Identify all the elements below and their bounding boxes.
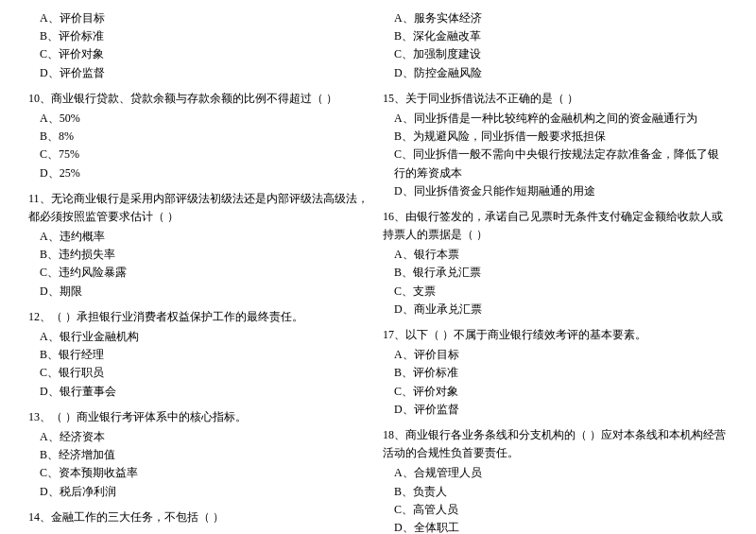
option-item: C、同业拆借一般不需向中央银行按规法定存款准备金，降低了银行的筹资成本	[394, 146, 728, 181]
right-top-col: A、服务实体经济 B、深化金融改革 C、加强制度建设 D、防控金融风险	[383, 9, 728, 90]
option-item: D、税后净利润	[40, 483, 373, 501]
option-item: B、违约损失率	[40, 246, 373, 264]
option-item: C、银行职员	[40, 364, 373, 382]
question-16: 16、由银行签发的，承诺自己见票时无条件支付确定金额给收款人或持票人的票据是（ …	[383, 208, 728, 319]
question-15: 15、关于同业拆借说法不正确的是（ ） A、同业拆借是一种比较纯粹的金融机构之间…	[383, 90, 728, 200]
option-item: A、评价目标	[394, 346, 728, 364]
option-item: A、银行业金融机构	[40, 328, 373, 346]
left-top-col: A、评价目标 B、评价标准 C、评价对象 D、评价监督	[28, 9, 373, 90]
right-top-block: A、服务实体经济 B、深化金融改革 C、加强制度建设 D、防控金融风险	[383, 9, 728, 82]
option-item: A、同业拆借是一种比较纯粹的金融机构之间的资金融通行为	[394, 110, 728, 128]
question-10-title: 10、商业银行贷款、贷款余额与存款余额的比例不得超过（ ）	[28, 90, 373, 108]
option-item: D、评价监督	[40, 64, 373, 82]
option-item: B、为规避风险，同业拆借一般要求抵担保	[394, 128, 728, 146]
option-item: C、评价对象	[40, 45, 373, 63]
question-10-options: A、50% B、8% C、75% D、25%	[28, 110, 373, 182]
option-item: C、违约风险暴露	[40, 264, 373, 282]
option-item: B、评价标准	[40, 27, 373, 45]
option-item: C、75%	[40, 146, 373, 164]
option-item: A、评价目标	[40, 9, 373, 27]
option-item: D、全体职工	[394, 519, 728, 534]
question-13-title: 13、（ ）商业银行考评体系中的核心指标。	[28, 408, 373, 426]
top-section: A、评价目标 B、评价标准 C、评价对象 D、评价监督 A、服务实体经济 B、深…	[28, 9, 728, 90]
question-18-title: 18、商业银行各业务条线和分支机构的（ ）应对本条线和本机构经营活动的合规性负首…	[383, 426, 728, 462]
option-item: B、银行承兑汇票	[394, 264, 728, 282]
question-18: 18、商业银行各业务条线和分支机构的（ ）应对本条线和本机构经营活动的合规性负首…	[383, 426, 728, 534]
page: A、评价目标 B、评价标准 C、评价对象 D、评价监督 A、服务实体经济 B、深…	[28, 9, 728, 534]
option-item: B、银行经理	[40, 346, 373, 364]
left-col: 10、商业银行贷款、贷款余额与存款余额的比例不得超过（ ） A、50% B、8%…	[28, 90, 373, 534]
option-item: A、银行本票	[394, 246, 728, 264]
option-item: C、加强制度建设	[394, 45, 728, 63]
left-top-block: A、评价目标 B、评价标准 C、评价对象 D、评价监督	[28, 9, 373, 82]
option-item: A、服务实体经济	[394, 9, 728, 27]
question-15-options: A、同业拆借是一种比较纯粹的金融机构之间的资金融通行为 B、为规避风险，同业拆借…	[383, 110, 728, 200]
option-item: B、8%	[40, 128, 373, 146]
question-13-options: A、经济资本 B、经济增加值 C、资本预期收益率 D、税后净利润	[28, 428, 373, 501]
question-11-options: A、违约概率 B、违约损失率 C、违约风险暴露 D、期限	[28, 228, 373, 301]
option-item: D、评价监督	[394, 401, 728, 419]
question-16-options: A、银行本票 B、银行承兑汇票 C、支票 D、商业承兑汇票	[383, 246, 728, 319]
question-15-title: 15、关于同业拆借说法不正确的是（ ）	[383, 90, 728, 108]
question-13: 13、（ ）商业银行考评体系中的核心指标。 A、经济资本 B、经济增加值 C、资…	[28, 408, 373, 501]
question-16-title: 16、由银行签发的，承诺自己见票时无条件支付确定金额给收款人或持票人的票据是（ …	[383, 208, 728, 244]
question-10: 10、商业银行贷款、贷款余额与存款余额的比例不得超过（ ） A、50% B、8%…	[28, 90, 373, 182]
option-item: D、商业承兑汇票	[394, 301, 728, 319]
question-12-title: 12、（ ）承担银行业消费者权益保护工作的最终责任。	[28, 308, 373, 326]
right-top-options: A、服务实体经济 B、深化金融改革 C、加强制度建设 D、防控金融风险	[383, 9, 728, 82]
option-item: B、经济增加值	[40, 446, 373, 464]
option-item: D、银行董事会	[40, 383, 373, 401]
option-item: C、评价对象	[394, 383, 728, 401]
main-content: 10、商业银行贷款、贷款余额与存款余额的比例不得超过（ ） A、50% B、8%…	[28, 90, 728, 534]
option-item: B、负责人	[394, 483, 728, 501]
question-12: 12、（ ）承担银行业消费者权益保护工作的最终责任。 A、银行业金融机构 B、银…	[28, 308, 373, 401]
question-12-options: A、银行业金融机构 B、银行经理 C、银行职员 D、银行董事会	[28, 328, 373, 401]
option-item: D、防控金融风险	[394, 64, 728, 82]
option-item: D、25%	[40, 164, 373, 182]
question-11-title: 11、无论商业银行是采用内部评级法初级法还是内部评级法高级法，都必须按照监管要求…	[28, 190, 373, 226]
option-item: A、违约概率	[40, 228, 373, 246]
option-item: C、资本预期收益率	[40, 464, 373, 482]
option-item: C、支票	[394, 283, 728, 301]
question-14-title: 14、金融工作的三大任务，不包括（ ）	[28, 508, 373, 526]
option-item: B、评价标准	[394, 364, 728, 382]
option-item: A、合规管理人员	[394, 464, 728, 482]
right-col: 15、关于同业拆借说法不正确的是（ ） A、同业拆借是一种比较纯粹的金融机构之间…	[383, 90, 728, 534]
question-11: 11、无论商业银行是采用内部评级法初级法还是内部评级法高级法，都必须按照监管要求…	[28, 190, 373, 301]
question-14: 14、金融工作的三大任务，不包括（ ）	[28, 508, 373, 526]
option-item: C、高管人员	[394, 501, 728, 519]
question-18-options: A、合规管理人员 B、负责人 C、高管人员 D、全体职工	[383, 464, 728, 534]
question-17-options: A、评价目标 B、评价标准 C、评价对象 D、评价监督	[383, 346, 728, 419]
question-17-title: 17、以下（ ）不属于商业银行绩效考评的基本要素。	[383, 326, 728, 344]
option-item: A、50%	[40, 110, 373, 128]
option-item: D、期限	[40, 283, 373, 301]
option-item: B、深化金融改革	[394, 27, 728, 45]
left-top-options: A、评价目标 B、评价标准 C、评价对象 D、评价监督	[28, 9, 373, 82]
option-item: A、经济资本	[40, 428, 373, 446]
question-17: 17、以下（ ）不属于商业银行绩效考评的基本要素。 A、评价目标 B、评价标准 …	[383, 326, 728, 419]
option-item: D、同业拆借资金只能作短期融通的用途	[394, 182, 728, 200]
